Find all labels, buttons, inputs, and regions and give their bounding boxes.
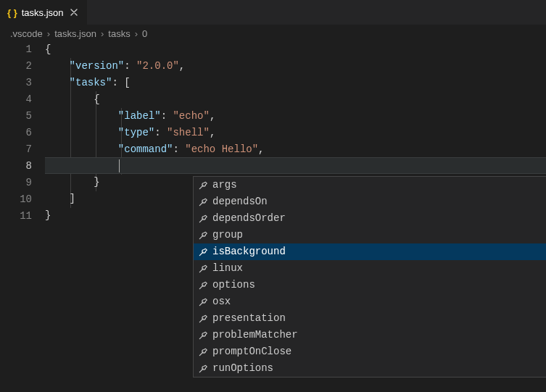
suggest-item[interactable]: dependsOn (194, 193, 546, 210)
wrench-icon (197, 214, 210, 224)
tab-filename: tasks.json (22, 7, 64, 18)
line-number-gutter: 1 2 3 4 5 6 7 8 9 10 11 (0, 41, 45, 225)
code-line: "command": "echo Hello", (45, 141, 546, 158)
wrench-icon (197, 197, 210, 207)
suggest-item-label: presentation (212, 310, 546, 327)
suggest-item-label: osx (212, 293, 546, 310)
line-number: 4 (0, 91, 32, 108)
breadcrumb: .vscode › tasks.json › tasks › 0 (0, 25, 546, 41)
intellisense-popup[interactable]: argsdependsOndependsOrdergroupisBackgrou… (193, 176, 546, 378)
code-area[interactable]: { "version": "2.0.0", "tasks": [ { "labe… (45, 41, 546, 225)
chevron-right-icon: › (44, 28, 53, 39)
wrench-icon (197, 230, 210, 241)
wrench-icon (197, 264, 210, 274)
breadcrumb-segment[interactable]: tasks.json (54, 28, 96, 39)
suggest-item-label: group (212, 227, 546, 243)
wrench-icon (197, 330, 210, 341)
suggest-item[interactable]: args (194, 177, 546, 193)
suggest-item-label: dependsOn (212, 193, 546, 210)
breadcrumb-segment[interactable]: 0 (142, 28, 147, 39)
line-number: 5 (0, 108, 32, 125)
suggest-item-label: args (212, 177, 546, 193)
line-number: 8 (0, 158, 32, 175)
line-number: 9 (0, 175, 32, 191)
suggest-item[interactable]: linux (194, 260, 546, 277)
breadcrumb-segment[interactable]: .vscode (10, 28, 43, 39)
suggest-item-label: promptOnClose (212, 343, 546, 360)
breadcrumb-segment[interactable]: tasks (108, 28, 130, 39)
code-editor[interactable]: 1 2 3 4 5 6 7 8 9 10 11 { "version": "2.… (0, 41, 546, 225)
wrench-icon (197, 297, 210, 307)
wrench-icon (197, 347, 210, 357)
line-number: 2 (0, 58, 32, 75)
suggest-item[interactable]: group (194, 227, 546, 243)
line-number: 7 (0, 141, 32, 158)
tab-bar: { } tasks.json (0, 0, 546, 25)
text-cursor (119, 159, 120, 172)
line-number: 10 (0, 191, 32, 208)
suggest-item-label: linux (212, 260, 546, 277)
line-number: 6 (0, 125, 32, 141)
chevron-right-icon: › (98, 28, 107, 39)
code-line: "label": "echo", (45, 108, 546, 125)
suggest-item[interactable]: presentation (194, 310, 546, 327)
suggest-item-label: options (212, 277, 546, 293)
code-line: "tasks": [ (45, 75, 546, 91)
tab-tasks-json[interactable]: { } tasks.json (0, 0, 88, 25)
wrench-icon (197, 180, 210, 191)
code-line: "version": "2.0.0", (45, 58, 546, 75)
suggest-item[interactable]: options (194, 277, 546, 293)
suggest-item[interactable]: runOptions (194, 360, 546, 377)
code-line: { (45, 41, 546, 58)
wrench-icon (197, 364, 210, 374)
suggest-item[interactable]: problemMatcher (194, 327, 546, 343)
close-icon[interactable] (68, 7, 80, 18)
suggest-item-label: dependsOrder (212, 210, 546, 227)
line-number: 3 (0, 75, 32, 91)
suggest-item-label: isBackground (212, 243, 546, 260)
wrench-icon (197, 314, 210, 324)
suggest-item[interactable]: isBackgroundi (194, 243, 546, 260)
suggest-item-label: runOptions (212, 360, 546, 377)
suggest-item[interactable]: promptOnClose (194, 343, 546, 360)
wrench-icon (197, 247, 210, 257)
chevron-right-icon: › (132, 28, 141, 39)
line-number: 1 (0, 41, 32, 58)
suggest-item-label: problemMatcher (212, 327, 546, 343)
suggest-item[interactable]: osx (194, 293, 546, 310)
code-line: { (45, 91, 546, 108)
line-number: 11 (0, 208, 32, 225)
code-line[interactable] (45, 157, 546, 174)
wrench-icon (197, 280, 210, 291)
json-file-icon: { } (7, 7, 17, 18)
code-line: "type": "shell", (45, 125, 546, 141)
suggest-item[interactable]: dependsOrder (194, 210, 546, 227)
